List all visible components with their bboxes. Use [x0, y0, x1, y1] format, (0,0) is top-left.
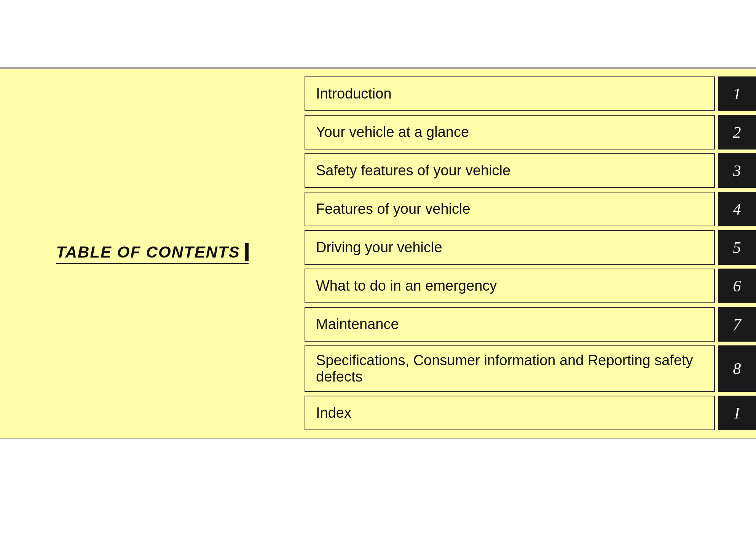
toc-title: TABLE OF CONTENTS: [56, 243, 249, 264]
toc-item-index[interactable]: Index: [305, 396, 715, 430]
toc-row[interactable]: Specifications, Consumer information and…: [305, 345, 756, 392]
toc-item-emergency[interactable]: What to do in an emergency: [305, 269, 715, 303]
toc-number-introduction[interactable]: 1: [718, 76, 756, 111]
toc-number-emergency[interactable]: 6: [718, 269, 756, 303]
toc-row[interactable]: Maintenance7: [305, 307, 756, 342]
toc-title-text: TABLE OF CONTENTS: [56, 243, 240, 261]
toc-row[interactable]: Your vehicle at a glance2: [305, 115, 756, 150]
toc-item-introduction[interactable]: Introduction: [305, 76, 715, 111]
toc-row[interactable]: Safety features of your vehicle3: [305, 153, 756, 188]
top-white-space: [0, 22, 756, 67]
toc-item-specifications[interactable]: Specifications, Consumer information and…: [305, 345, 715, 392]
toc-item-vehicle-at-a-glance[interactable]: Your vehicle at a glance: [305, 115, 715, 150]
toc-row[interactable]: Introduction1: [305, 76, 756, 111]
toc-cursor: [245, 243, 249, 261]
toc-number-specifications[interactable]: 8: [718, 345, 756, 392]
toc-row[interactable]: What to do in an emergency6: [305, 269, 756, 303]
bottom-white-space: [0, 439, 756, 522]
toc-number-features[interactable]: 4: [718, 192, 756, 226]
toc-number-safety-features[interactable]: 3: [718, 153, 756, 188]
left-panel: TABLE OF CONTENTS: [0, 69, 305, 438]
main-container: TABLE OF CONTENTS Introduction1Your vehi…: [0, 68, 756, 439]
toc-item-features[interactable]: Features of your vehicle: [305, 192, 715, 226]
toc-number-driving[interactable]: 5: [718, 230, 756, 265]
toc-row[interactable]: Features of your vehicle4: [305, 192, 756, 226]
toc-item-safety-features[interactable]: Safety features of your vehicle: [305, 153, 715, 188]
page-wrapper: TABLE OF CONTENTS Introduction1Your vehi…: [0, 0, 756, 544]
toc-number-index[interactable]: I: [718, 396, 756, 430]
toc-number-maintenance[interactable]: 7: [718, 307, 756, 342]
toc-number-vehicle-at-a-glance[interactable]: 2: [718, 115, 756, 150]
toc-row[interactable]: Driving your vehicle5: [305, 230, 756, 265]
toc-row[interactable]: IndexI: [305, 396, 756, 430]
toc-list: Introduction1Your vehicle at a glance2Sa…: [305, 69, 756, 438]
toc-item-maintenance[interactable]: Maintenance: [305, 307, 715, 342]
toc-item-driving[interactable]: Driving your vehicle: [305, 230, 715, 265]
